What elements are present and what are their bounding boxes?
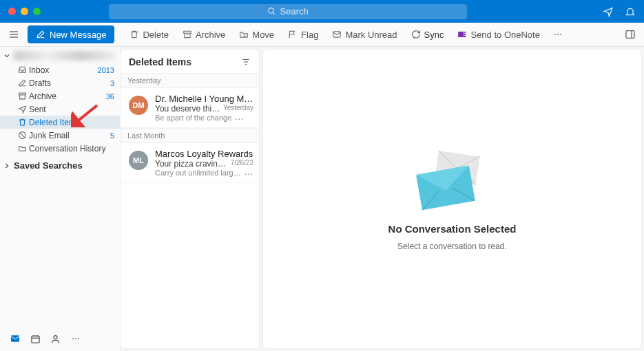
- inbox-icon: [17, 65, 27, 74]
- draft-icon: [17, 78, 27, 87]
- move-icon: [239, 30, 249, 39]
- new-message-button[interactable]: New Message: [28, 25, 114, 43]
- trash-icon: [17, 118, 27, 127]
- onenote-icon: [457, 30, 467, 39]
- svg-point-30: [78, 338, 79, 339]
- delete-label: Delete: [143, 30, 169, 40]
- folder-junk-email[interactable]: Junk Email5: [0, 129, 120, 142]
- delete-button[interactable]: Delete: [124, 24, 174, 45]
- message-preview: Carry out unlimited large 2-toppi…: [155, 169, 241, 177]
- mark-unread-button[interactable]: Mark Unread: [326, 24, 402, 45]
- svg-point-0: [268, 8, 273, 14]
- mail-tab-icon[interactable]: [10, 333, 21, 344]
- archive-button[interactable]: Archive: [177, 24, 231, 45]
- folder-count: 36: [106, 92, 114, 100]
- filter-button[interactable]: [241, 57, 251, 67]
- panel-icon: [625, 29, 636, 40]
- svg-point-27: [54, 335, 57, 339]
- search-placeholder: Search: [280, 6, 309, 17]
- reading-pane: No Conversation Selected Select a conver…: [263, 50, 641, 348]
- svg-point-14: [560, 34, 561, 35]
- move-button[interactable]: Move: [233, 24, 280, 45]
- notifications-icon[interactable]: [625, 6, 636, 17]
- folder-inbox[interactable]: Inbox2013: [0, 63, 120, 76]
- folder-label: Deleted Items: [29, 118, 114, 127]
- saved-searches-row[interactable]: Saved Searches: [0, 156, 120, 175]
- junk-icon: [17, 131, 27, 140]
- svg-rect-5: [184, 31, 191, 33]
- avatar: ML: [129, 151, 148, 170]
- send-onenote-button[interactable]: Send to OneNote: [452, 24, 545, 45]
- folder-conversation-history[interactable]: Conversation History: [0, 142, 120, 155]
- send-onenote-label: Send to OneNote: [470, 30, 539, 40]
- archive-label: Archive: [196, 30, 225, 40]
- sidebar: Inbox2013Drafts3Archive36SentDeleted Ite…: [0, 47, 121, 351]
- svg-point-13: [557, 34, 559, 35]
- svg-rect-8: [459, 32, 464, 37]
- minimize-window[interactable]: [21, 8, 28, 15]
- toolbar: New Message Delete Archive Move Flag Mar…: [0, 23, 644, 47]
- list-title: Deleted Items: [129, 56, 241, 67]
- avatar: DM: [129, 96, 148, 115]
- message-more: …: [231, 114, 244, 122]
- flag-button[interactable]: Flag: [282, 24, 324, 45]
- new-message-label: New Message: [50, 30, 106, 40]
- sync-label: Sync: [424, 30, 444, 40]
- svg-rect-23: [32, 336, 39, 343]
- sync-button[interactable]: Sync: [406, 24, 450, 45]
- empty-state-subtitle: Select a conversation to read.: [397, 242, 507, 251]
- move-label: Move: [252, 30, 274, 40]
- folder-archive[interactable]: Archive36: [0, 89, 120, 103]
- saved-searches-label: Saved Searches: [14, 160, 83, 171]
- message-row[interactable]: MLMarcos Loyalty RewardsYour pizza cravi…: [121, 143, 259, 183]
- svg-line-1: [273, 12, 275, 14]
- flag-icon: [288, 30, 298, 39]
- archive-icon: [17, 92, 27, 100]
- folder-count: 2013: [98, 66, 114, 74]
- chevron-down-icon: [3, 52, 11, 60]
- folder-deleted-items[interactable]: Deleted Items: [0, 116, 120, 129]
- account-row[interactable]: [0, 47, 120, 63]
- folder-sent[interactable]: Sent: [0, 103, 120, 116]
- hamburger-menu[interactable]: [4, 25, 23, 44]
- calendar-tab-icon[interactable]: [30, 334, 41, 344]
- people-tab-icon[interactable]: [50, 334, 61, 344]
- compose-icon: [36, 30, 45, 39]
- chevron-right-icon: [3, 162, 11, 170]
- svg-rect-22: [11, 335, 19, 341]
- close-window[interactable]: [8, 8, 16, 15]
- message-preview: Be apart of the change: [155, 114, 231, 122]
- folder-drafts[interactable]: Drafts3: [0, 76, 120, 89]
- panel-toggle-button[interactable]: [625, 29, 636, 40]
- message-list-pane: Deleted Items YesterdayDMDr. Michelle I …: [121, 50, 259, 348]
- maximize-window[interactable]: [33, 8, 41, 15]
- window-controls[interactable]: [8, 8, 41, 15]
- search-input[interactable]: Search: [109, 4, 467, 19]
- flag-label: Flag: [301, 30, 318, 40]
- folder-label: Conversation History: [29, 144, 114, 153]
- feedback-icon[interactable]: [603, 6, 614, 17]
- folder-label: Drafts: [29, 78, 105, 88]
- message-row[interactable]: DMDr. Michelle I Young Medic…You deserve…: [121, 88, 259, 128]
- svg-rect-15: [626, 31, 634, 39]
- empty-state-illustration: [415, 147, 490, 216]
- more-actions-button[interactable]: [548, 24, 568, 45]
- svg-rect-9: [464, 32, 466, 33]
- folder-icon: [17, 144, 27, 153]
- svg-rect-11: [464, 36, 466, 37]
- message-from: Dr. Michelle I Young Medic…: [155, 94, 253, 104]
- svg-rect-10: [464, 34, 466, 35]
- section-header: Last Month: [121, 128, 259, 143]
- message-subject: Your pizza craving doe…: [155, 159, 228, 169]
- empty-state-title: No Conversation Selected: [388, 223, 517, 235]
- section-header: Yesterday: [121, 73, 259, 88]
- message-subject: You deserve this info: [155, 104, 220, 114]
- more-apps-icon[interactable]: [70, 334, 81, 343]
- mail-icon: [332, 30, 342, 39]
- folder-count: 3: [110, 79, 114, 87]
- svg-point-12: [554, 34, 556, 35]
- folder-label: Inbox: [29, 65, 92, 75]
- message-from: Marcos Loyalty Rewards: [155, 149, 253, 159]
- svg-point-28: [72, 338, 74, 339]
- folder-count: 5: [110, 131, 114, 140]
